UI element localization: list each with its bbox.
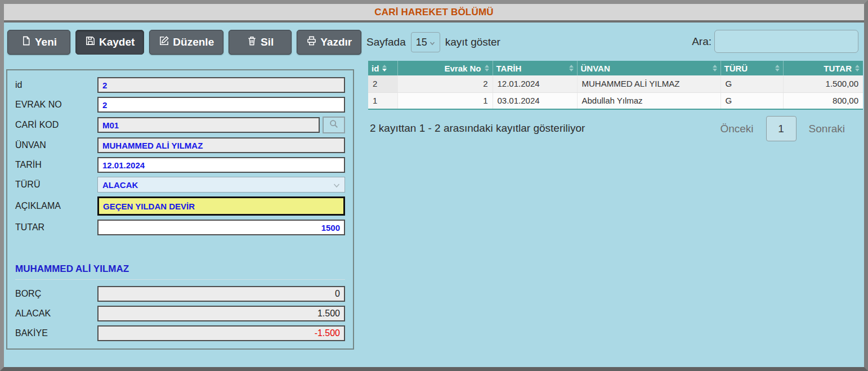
new-button[interactable]: Yeni — [7, 30, 70, 55]
toolbar: Yeni Kaydet Düzenle Sil Yazdır — [7, 30, 361, 55]
search-label: Ara: — [692, 35, 712, 48]
print-button[interactable]: Yazdır — [297, 30, 361, 55]
column-header-turu-label: TÜRÜ — [724, 64, 748, 73]
turu-select[interactable]: ALACAK — [97, 177, 345, 193]
form-row-borc: BORÇ — [15, 286, 345, 302]
next-page-button[interactable]: Sonraki — [809, 123, 845, 135]
chevron-down-icon — [429, 37, 435, 48]
new-button-label: Yeni — [35, 36, 57, 48]
edit-icon — [159, 35, 169, 49]
print-icon — [306, 35, 317, 49]
app-window: CARİ HAREKET BÖLÜMÜ Yeni Kaydet Düzenle … — [0, 0, 868, 371]
table-header-row: id Evrak No TARİH ÜNVAN — [368, 61, 863, 75]
sort-icon — [569, 65, 574, 71]
sort-icon — [855, 65, 860, 71]
previous-page-button[interactable]: Önceki — [720, 123, 753, 135]
cell-id: 2 — [368, 75, 397, 92]
form-row-unvan: ÜNVAN — [15, 137, 345, 153]
column-header-unvan-label: ÜNVAN — [581, 64, 610, 73]
column-header-tutar[interactable]: TUTAR — [783, 61, 863, 75]
save-button-label: Kaydet — [99, 36, 135, 48]
sort-icon — [382, 65, 387, 71]
cari-kod-field[interactable] — [97, 117, 320, 133]
alacak-label: ALACAK — [15, 309, 97, 319]
records-table: id Evrak No TARİH ÜNVAN — [368, 61, 863, 110]
form-row-bakiye: BAKİYE — [15, 325, 345, 341]
column-header-turu[interactable]: TÜRÜ — [721, 61, 783, 75]
sort-icon — [713, 65, 717, 71]
current-page-button[interactable]: 1 — [766, 116, 797, 141]
column-header-tutar-label: TUTAR — [824, 64, 852, 73]
table-row[interactable]: 2 2 12.01.2024 MUHAMMED ALİ YILMAZ G 1.5… — [368, 75, 863, 92]
cell-evrak-no: 2 — [397, 75, 493, 92]
column-header-evrak-no-label: Evrak No — [444, 64, 481, 73]
title-bar: CARİ HAREKET BÖLÜMÜ — [4, 4, 864, 23]
table-row[interactable]: 1 1 03.01.2024 Abdullah Yılmaz G 800,00 — [368, 92, 863, 109]
borc-field[interactable] — [97, 286, 345, 302]
turu-selected-value: ALACAK — [102, 180, 138, 190]
column-header-unvan[interactable]: ÜNVAN — [577, 61, 721, 75]
unvan-field[interactable] — [97, 137, 345, 153]
cell-tarih: 03.01.2024 — [493, 92, 577, 109]
records-info-text: 2 kayıttan 1 - 2 arasındaki kayıtlar gös… — [370, 122, 585, 135]
bakiye-label: BAKİYE — [15, 328, 97, 338]
page-size-control: Sayfada 15 kayıt göster — [366, 32, 500, 53]
tarih-field[interactable] — [97, 157, 345, 173]
evrak-no-field[interactable] — [97, 97, 345, 113]
edit-button[interactable]: Düzenle — [149, 30, 223, 55]
cell-tarih: 12.01.2024 — [493, 75, 577, 92]
save-icon — [85, 35, 96, 49]
sort-icon — [485, 65, 489, 71]
column-header-tarih-label: TARİH — [496, 64, 522, 73]
form-row-evrak-no: EVRAK NO — [15, 97, 345, 113]
form-row-aciklama: AÇIKLAMA — [15, 196, 345, 216]
form-row-tutar: TUTAR — [15, 220, 345, 235]
search-input[interactable] — [714, 30, 858, 53]
sort-icon — [775, 65, 780, 71]
alacak-field[interactable] — [97, 306, 345, 321]
form-row-alacak: ALACAK — [15, 306, 345, 321]
summary-divider — [15, 279, 345, 280]
delete-button[interactable]: Sil — [229, 30, 292, 55]
trash-icon — [247, 35, 257, 49]
search-control: Ara: — [692, 30, 858, 53]
unvan-label: ÜNVAN — [15, 140, 97, 150]
cell-turu: G — [721, 92, 783, 109]
cari-kod-lookup-button[interactable] — [323, 117, 345, 133]
aciklama-field[interactable] — [97, 196, 345, 216]
pagination: Önceki 1 Sonraki — [720, 116, 845, 141]
record-form-panel: id EVRAK NO CARİ KOD ÜNVAN — [6, 69, 354, 350]
cell-evrak-no: 1 — [397, 92, 493, 109]
tutar-label: TUTAR — [15, 222, 97, 233]
turu-label: TÜRÜ — [15, 180, 97, 190]
cell-tutar: 1.500,00 — [783, 75, 863, 92]
column-header-tarih[interactable]: TARİH — [493, 61, 577, 75]
form-row-cari-kod: CARİ KOD — [15, 117, 345, 133]
id-label: id — [15, 80, 97, 90]
page-size-prefix-label: Sayfada — [366, 36, 406, 48]
page-size-select[interactable]: 15 — [411, 32, 440, 52]
form-row-turu: TÜRÜ ALACAK — [15, 177, 345, 193]
chevron-down-icon — [333, 180, 340, 190]
borc-label: BORÇ — [15, 289, 97, 299]
column-header-evrak-no[interactable]: Evrak No — [397, 61, 493, 75]
page-size-suffix-label: kayıt göster — [445, 36, 500, 48]
bakiye-field[interactable] — [97, 325, 345, 341]
cari-kod-group — [97, 117, 345, 133]
content-area: Yeni Kaydet Düzenle Sil Yazdır Sayfada — [4, 23, 864, 365]
save-button[interactable]: Kaydet — [75, 30, 144, 55]
edit-button-label: Düzenle — [173, 36, 214, 48]
id-field[interactable] — [97, 77, 345, 93]
cell-unvan: MUHAMMED ALİ YILMAZ — [577, 75, 721, 92]
page-title: CARİ HAREKET BÖLÜMÜ — [374, 7, 494, 18]
search-icon — [329, 119, 339, 131]
delete-button-label: Sil — [261, 36, 274, 48]
tutar-field[interactable] — [97, 220, 345, 235]
cari-kod-label: CARİ KOD — [15, 120, 97, 130]
column-header-id[interactable]: id — [368, 61, 397, 75]
account-name-heading: MUHAMMED ALİ YILMAZ — [15, 263, 345, 275]
print-button-label: Yazdır — [320, 36, 352, 48]
cell-unvan: Abdullah Yılmaz — [577, 92, 721, 109]
cell-tutar: 800,00 — [783, 92, 863, 109]
aciklama-label: AÇIKLAMA — [15, 201, 97, 211]
